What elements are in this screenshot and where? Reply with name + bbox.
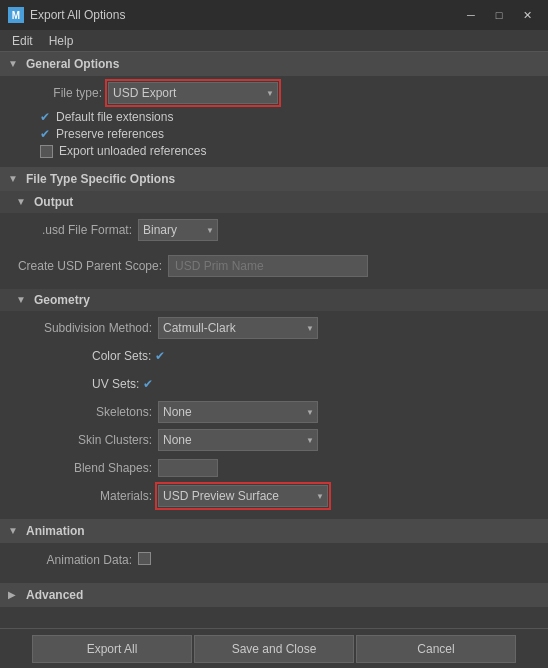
- uv-sets-label: UV Sets:: [92, 377, 139, 391]
- preserve-references-row: ✔ Preserve references: [12, 127, 536, 141]
- preserve-references-label: Preserve references: [56, 127, 164, 141]
- export-unloaded-row: Export unloaded references: [12, 144, 536, 158]
- menu-bar: Edit Help: [0, 30, 548, 52]
- export-unloaded-label: Export unloaded references: [59, 144, 206, 158]
- window-controls: ─ □ ✕: [458, 5, 540, 25]
- uv-sets-check-icon: ✔: [143, 377, 153, 391]
- file-type-label: File type:: [12, 86, 102, 100]
- animation-data-row: Animation Data:: [12, 549, 536, 571]
- save-and-close-button[interactable]: Save and Close: [194, 635, 354, 663]
- file-type-specific-label: File Type Specific Options: [26, 172, 175, 186]
- animation-label: Animation: [26, 524, 85, 538]
- animation-data-label: Animation Data:: [12, 553, 132, 567]
- advanced-label: Advanced: [26, 588, 83, 602]
- chevron-advanced-icon: ▶: [8, 589, 20, 601]
- menu-help[interactable]: Help: [41, 32, 82, 50]
- geometry-label: Geometry: [34, 293, 90, 307]
- section-geometry[interactable]: ▼ Geometry: [0, 289, 548, 311]
- usd-parent-scope-label: Create USD Parent Scope:: [12, 259, 162, 273]
- skeletons-row: Skeletons: None All Selected: [12, 401, 536, 423]
- maximize-button[interactable]: □: [486, 5, 512, 25]
- animation-data-checkbox-wrapper: [138, 552, 157, 568]
- output-content: .usd File Format: Binary ASCII Create US…: [0, 213, 548, 289]
- animation-content: Animation Data:: [0, 543, 548, 583]
- default-file-ext-row: ✔ Default file extensions: [12, 110, 536, 124]
- section-advanced[interactable]: ▶ Advanced: [0, 583, 548, 607]
- materials-select[interactable]: USD Preview Surface Lambert None: [158, 485, 328, 507]
- section-file-type-specific[interactable]: ▼ File Type Specific Options: [0, 167, 548, 191]
- chevron-animation-icon: ▼: [8, 525, 20, 537]
- skeletons-select[interactable]: None All Selected: [158, 401, 318, 423]
- blend-shapes-row: Blend Shapes:: [12, 457, 536, 479]
- file-type-select[interactable]: USD Export FBX Export OBJ Export: [108, 82, 278, 104]
- section-animation[interactable]: ▼ Animation: [0, 519, 548, 543]
- chevron-file-type-icon: ▼: [8, 173, 20, 185]
- title-bar: M Export All Options ─ □ ✕: [0, 0, 548, 30]
- color-sets-check-icon: ✔: [155, 349, 165, 363]
- blend-shapes-input[interactable]: [158, 459, 218, 477]
- usd-format-label: .usd File Format:: [12, 223, 132, 237]
- bottom-bar: Export All Save and Close Cancel: [0, 628, 548, 668]
- usd-format-select-wrapper: Binary ASCII: [138, 219, 218, 241]
- materials-row: Materials: USD Preview Surface Lambert N…: [12, 485, 536, 507]
- usd-file-format-row: .usd File Format: Binary ASCII: [12, 219, 536, 241]
- skeletons-label: Skeletons:: [12, 405, 152, 419]
- close-button[interactable]: ✕: [514, 5, 540, 25]
- skin-clusters-row: Skin Clusters: None All Selected: [12, 429, 536, 451]
- blend-shapes-label: Blend Shapes:: [12, 461, 152, 475]
- usd-parent-scope-input[interactable]: [168, 255, 368, 277]
- general-options-label: General Options: [26, 57, 119, 71]
- section-output[interactable]: ▼ Output: [0, 191, 548, 213]
- output-label: Output: [34, 195, 73, 209]
- general-options-content: File type: USD Export FBX Export OBJ Exp…: [0, 76, 548, 167]
- color-sets-row: Color Sets: ✔: [12, 345, 536, 367]
- subdivision-select[interactable]: Catmull-Clark None Linear: [158, 317, 318, 339]
- default-file-ext-label: Default file extensions: [56, 110, 173, 124]
- cancel-button[interactable]: Cancel: [356, 635, 516, 663]
- check-default-ext-icon: ✔: [40, 110, 50, 124]
- subdivision-select-wrapper: Catmull-Clark None Linear: [158, 317, 318, 339]
- skeletons-select-wrapper: None All Selected: [158, 401, 318, 423]
- subdivision-method-row: Subdivision Method: Catmull-Clark None L…: [12, 317, 536, 339]
- usd-parent-scope-input-wrapper: [168, 255, 368, 277]
- window-title: Export All Options: [30, 8, 458, 22]
- menu-edit[interactable]: Edit: [4, 32, 41, 50]
- main-content: ▼ General Options File type: USD Export …: [0, 52, 548, 628]
- chevron-output-icon: ▼: [16, 196, 28, 208]
- file-type-select-wrapper: USD Export FBX Export OBJ Export: [108, 82, 278, 104]
- uv-sets-row: UV Sets: ✔: [12, 373, 536, 395]
- usd-parent-scope-row: Create USD Parent Scope:: [12, 255, 536, 277]
- file-type-row: File type: USD Export FBX Export OBJ Exp…: [12, 82, 536, 104]
- usd-format-select[interactable]: Binary ASCII: [138, 219, 218, 241]
- materials-select-wrapper: USD Preview Surface Lambert None: [158, 485, 328, 507]
- check-preserve-ref-icon: ✔: [40, 127, 50, 141]
- geometry-content: Subdivision Method: Catmull-Clark None L…: [0, 311, 548, 519]
- chevron-general-icon: ▼: [8, 58, 20, 70]
- animation-data-checkbox[interactable]: [138, 552, 151, 565]
- export-all-button[interactable]: Export All: [32, 635, 192, 663]
- subdivision-method-label: Subdivision Method:: [12, 321, 152, 335]
- skin-clusters-label: Skin Clusters:: [12, 433, 152, 447]
- color-sets-label: Color Sets:: [92, 349, 151, 363]
- skin-clusters-select-wrapper: None All Selected: [158, 429, 318, 451]
- check-export-unloaded-box[interactable]: [40, 145, 53, 158]
- chevron-geometry-icon: ▼: [16, 294, 28, 306]
- materials-label: Materials:: [12, 489, 152, 503]
- app-icon: M: [8, 7, 24, 23]
- section-general-options[interactable]: ▼ General Options: [0, 52, 548, 76]
- minimize-button[interactable]: ─: [458, 5, 484, 25]
- skin-clusters-select[interactable]: None All Selected: [158, 429, 318, 451]
